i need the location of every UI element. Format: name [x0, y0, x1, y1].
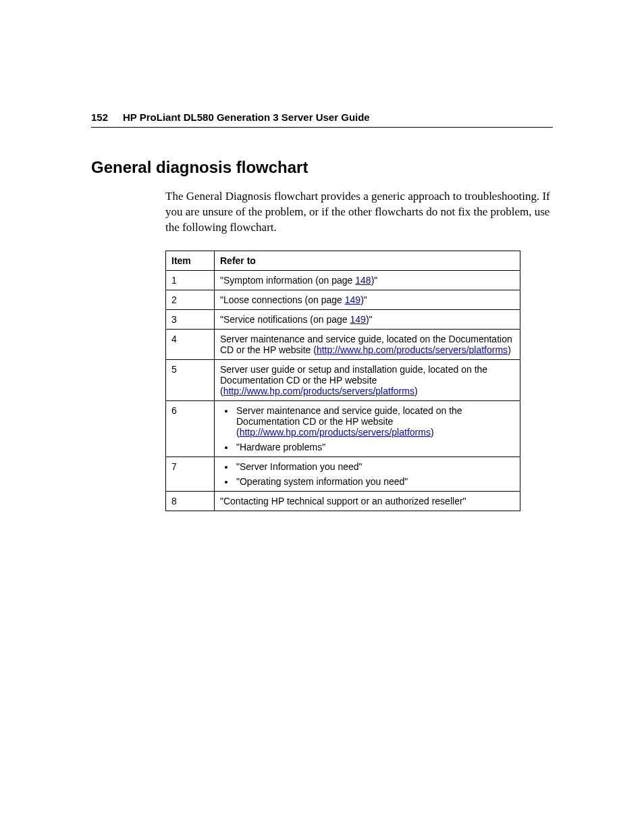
refer-cell: "Service notifications (on page 149)"	[215, 309, 520, 329]
list-item: "Server Information you need"	[235, 461, 514, 472]
url-link[interactable]: http://www.hp.com/products/servers/platf…	[240, 427, 431, 438]
text: )	[414, 386, 418, 396]
table-row: 3 "Service notifications (on page 149)"	[166, 309, 520, 329]
page-number: 152	[91, 111, 108, 123]
list-item: "Operating system information you need"	[235, 476, 514, 487]
item-cell: 3	[166, 309, 215, 329]
bullet-list: "Server Information you need" "Operating…	[220, 461, 514, 487]
item-cell: 2	[166, 290, 215, 309]
text: "Loose connections (on page	[220, 294, 345, 305]
table-row: 7 "Server Information you need" "Operati…	[166, 457, 520, 491]
refer-cell: "Server Information you need" "Operating…	[215, 457, 520, 491]
table-row: 6 Server maintenance and service guide, …	[166, 400, 520, 457]
item-cell: 7	[166, 457, 215, 491]
url-link[interactable]: http://www.hp.com/products/servers/platf…	[223, 386, 414, 396]
item-cell: 4	[166, 329, 215, 359]
text: "Symptom information (on page	[220, 275, 355, 286]
refer-cell: Server user guide or setup and installat…	[215, 359, 520, 400]
item-cell: 1	[166, 270, 215, 290]
list-item: "Hardware problems"	[235, 442, 514, 452]
refer-cell: "Symptom information (on page 148)"	[215, 270, 520, 290]
text: "Service notifications (on page	[220, 314, 350, 325]
text: )"	[366, 314, 373, 325]
item-cell: 8	[166, 491, 215, 511]
section-heading: General diagnosis flowchart	[91, 158, 553, 177]
header-refer-to: Refer to	[215, 251, 520, 270]
page-link[interactable]: 149	[350, 314, 366, 325]
text: )	[508, 344, 511, 355]
url-link[interactable]: http://www.hp.com/products/servers/platf…	[317, 344, 508, 355]
header-item: Item	[166, 251, 215, 270]
intro-paragraph: The General Diagnosis flowchart provides…	[165, 189, 553, 236]
table-row: 2 "Loose connections (on page 149)"	[166, 290, 520, 309]
reference-table: Item Refer to 1 "Symptom information (on…	[165, 251, 520, 511]
list-item: Server maintenance and service guide, lo…	[235, 405, 514, 438]
page-header: 152 HP ProLiant DL580 Generation 3 Serve…	[91, 111, 553, 128]
page-link[interactable]: 148	[355, 275, 371, 286]
table-row: 1 "Symptom information (on page 148)"	[166, 270, 520, 290]
table-row: 5 Server user guide or setup and install…	[166, 359, 520, 400]
refer-cell: Server maintenance and service guide, lo…	[215, 329, 520, 359]
item-cell: 6	[166, 400, 215, 457]
header-title: HP ProLiant DL580 Generation 3 Server Us…	[123, 111, 370, 123]
table-row: 4 Server maintenance and service guide, …	[166, 329, 520, 359]
text: )"	[371, 275, 378, 286]
table-header-row: Item Refer to	[166, 251, 520, 270]
refer-cell: Server maintenance and service guide, lo…	[215, 400, 520, 457]
page-link[interactable]: 149	[345, 294, 360, 305]
page-container: 152 HP ProLiant DL580 Generation 3 Serve…	[0, 0, 644, 834]
table-row: 8 "Contacting HP technical support or an…	[166, 491, 520, 511]
text: )	[431, 427, 434, 438]
refer-cell: "Loose connections (on page 149)"	[215, 290, 520, 309]
bullet-list: Server maintenance and service guide, lo…	[220, 405, 514, 452]
item-cell: 5	[166, 359, 215, 400]
text: )"	[360, 294, 367, 305]
refer-cell: "Contacting HP technical support or an a…	[215, 491, 520, 511]
